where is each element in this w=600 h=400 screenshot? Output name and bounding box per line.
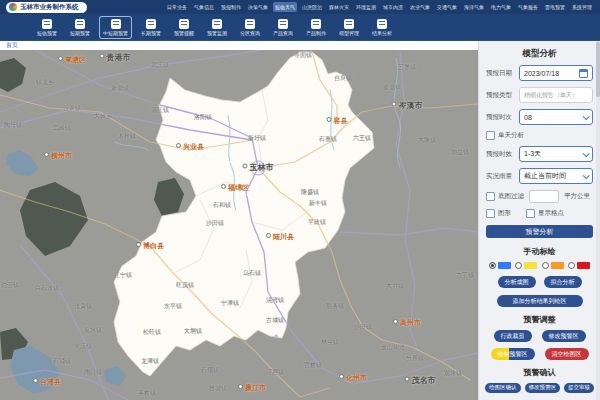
- color-swatch: [551, 262, 564, 269]
- sub-tab[interactable]: 长期预警: [138, 17, 164, 38]
- map-label: 河唇镇: [266, 368, 284, 377]
- logo-icon: [9, 3, 17, 11]
- sub-tab-label: 结果分析: [372, 30, 392, 36]
- top-nav-item[interactable]: 农业气象: [408, 2, 432, 12]
- sub-tab[interactable]: 模型管理: [336, 17, 362, 38]
- top-nav-item[interactable]: 电力气象: [489, 2, 513, 12]
- analysis-panel: 模型分析 预报日期 2023/07/18 预报类型 精细化报告（单天） 预报时次…: [478, 40, 600, 400]
- top-nav-item[interactable]: 日常业务: [165, 2, 189, 12]
- map-canvas[interactable]: 贵港市 玉林市 岑溪市 茂名市 覃塘区 横州市 兴业县 容县 福绵区 陆川县 博…: [0, 50, 478, 400]
- top-nav-item[interactable]: 决策气象: [246, 2, 270, 12]
- forecast-time-select[interactable]: 08: [519, 109, 593, 125]
- map-label: 旺茂镇: [176, 281, 194, 290]
- graphic-checkbox[interactable]: [486, 209, 495, 218]
- sub-tab[interactable]: 短期预警: [67, 17, 93, 38]
- color-radio[interactable]: [489, 262, 511, 269]
- top-nav-item[interactable]: 气象服务: [516, 2, 540, 12]
- sub-tab-label: 预警提醒: [174, 30, 194, 36]
- forecast-validity-label: 预报时效: [486, 150, 519, 159]
- map-label: 岑溪市: [392, 100, 423, 111]
- breadcrumb[interactable]: 首页: [6, 41, 18, 50]
- radio-icon: [542, 262, 549, 269]
- color-radio[interactable]: [542, 262, 564, 269]
- map-label: 伯劳镇: [1, 281, 19, 290]
- map-label: 隆盛镇: [301, 188, 319, 197]
- sub-tab-bar: 短临预警 短期预警 中短期预警 长期预警: [0, 14, 600, 41]
- show-grid-checkbox[interactable]: [526, 209, 535, 218]
- map-label: 合浦县: [33, 377, 61, 387]
- map-label: 沙田镇: [206, 219, 224, 228]
- radio-icon: [515, 262, 522, 269]
- top-nav-item[interactable]: 海洋气象: [462, 2, 486, 12]
- basemap-filter-checkbox[interactable]: [486, 192, 495, 201]
- forecast-type-input[interactable]: 精细化报告（单天）: [519, 87, 593, 103]
- panel-scrollbar[interactable]: [596, 40, 600, 400]
- top-nav-item[interactable]: 系统管理: [570, 2, 594, 12]
- scrollbar-thumb[interactable]: [596, 42, 600, 97]
- color-swatch: [524, 262, 537, 269]
- forecast-validity-row: 预报时效 1-3天: [486, 146, 593, 162]
- sub-tab[interactable]: 预警监测: [204, 17, 230, 38]
- document-icon: [179, 19, 189, 29]
- warning-adjust-button[interactable]: 清空绘图区: [545, 348, 589, 360]
- sub-tab[interactable]: 短临预警: [34, 17, 60, 38]
- chevron-down-icon: [583, 113, 590, 120]
- map-label: 覃塘区: [58, 55, 86, 65]
- manual-plot-buttons: 分析成图 拟合分析: [483, 276, 596, 288]
- top-nav-item[interactable]: 雷电预警: [543, 2, 567, 12]
- manual-plot-button[interactable]: 分析成图: [498, 276, 536, 288]
- map-label: 英桥镇: [138, 389, 156, 398]
- top-nav-item[interactable]: 城市内涝: [381, 2, 405, 12]
- live-rain-select[interactable]: 截止当前时间: [519, 168, 593, 184]
- map-label: 白石水镇: [35, 284, 59, 293]
- sub-tab[interactable]: 产品查询: [270, 17, 296, 38]
- warning-confirm-button[interactable]: 提交审核: [564, 383, 594, 393]
- map-label: 马岭镇: [53, 124, 71, 133]
- color-radio[interactable]: [515, 262, 537, 269]
- map-label: 新丰镇: [309, 199, 327, 208]
- color-radio[interactable]: [568, 262, 590, 269]
- map-label: 雅塘镇: [209, 384, 227, 393]
- map-label: 江宁镇: [114, 271, 132, 280]
- top-nav-item[interactable]: 短临天气: [273, 2, 297, 12]
- forecast-validity-select[interactable]: 1-3天: [519, 146, 593, 162]
- map-label: 闸口镇: [84, 368, 102, 377]
- map-label: 玉林市: [243, 162, 274, 173]
- map-label: 宁潭镇: [221, 299, 239, 308]
- sub-tab[interactable]: 产品制作: [303, 17, 329, 38]
- top-nav-item[interactable]: 交通气象: [435, 2, 459, 12]
- forecast-date-input[interactable]: 2023/07/18: [519, 65, 593, 81]
- sub-tab[interactable]: 中短期预警: [100, 17, 131, 38]
- warning-analysis-button[interactable]: 预警分析: [486, 225, 593, 238]
- add-analysis-result-button[interactable]: 添加分析结果到绘区: [497, 295, 583, 307]
- panel-title: 模型分析: [479, 48, 600, 60]
- map-label: 石和镇: [213, 201, 231, 210]
- warning-confirm-button[interactable]: 修改预警区: [525, 383, 561, 393]
- sub-tab-label: 分区查询: [240, 30, 260, 36]
- forecast-time-label: 预报时次: [486, 113, 519, 122]
- manual-plot-button[interactable]: 拟合分析: [544, 276, 582, 288]
- warning-confirm-title: 预警确认: [479, 367, 600, 378]
- warning-confirm-button[interactable]: 绘图区确认: [485, 383, 521, 393]
- sub-tab[interactable]: 分区查询: [237, 17, 263, 38]
- warning-adjust-button[interactable]: 修改预警区: [542, 330, 586, 342]
- area-threshold-input[interactable]: [529, 190, 559, 203]
- top-nav-item[interactable]: 气象信息: [192, 2, 216, 12]
- map-label: 廉江市: [238, 383, 266, 393]
- top-nav-item[interactable]: 预报制作: [219, 2, 243, 12]
- map-label: 泉水镇: [84, 326, 102, 335]
- map-label: 新塘镇: [111, 84, 129, 93]
- warning-adjust-title: 预警调整: [479, 314, 600, 325]
- document-icon: [377, 19, 387, 29]
- map-label: 官桥镇: [304, 361, 322, 370]
- sub-tab-label: 产品制作: [306, 30, 326, 36]
- sub-tab[interactable]: 结果分析: [369, 17, 395, 38]
- warning-adjust-button[interactable]: 绘制预警区: [491, 348, 535, 360]
- top-nav-item[interactable]: 环境监测: [354, 2, 378, 12]
- top-nav-item[interactable]: 森林火灾: [327, 2, 351, 12]
- warning-adjust-button[interactable]: 行政裁剪: [494, 330, 532, 342]
- top-nav-item[interactable]: 山洪防治: [300, 2, 324, 12]
- sub-tab[interactable]: 预警提醒: [171, 17, 197, 38]
- color-swatch: [577, 262, 590, 269]
- single-day-checkbox[interactable]: [486, 131, 495, 140]
